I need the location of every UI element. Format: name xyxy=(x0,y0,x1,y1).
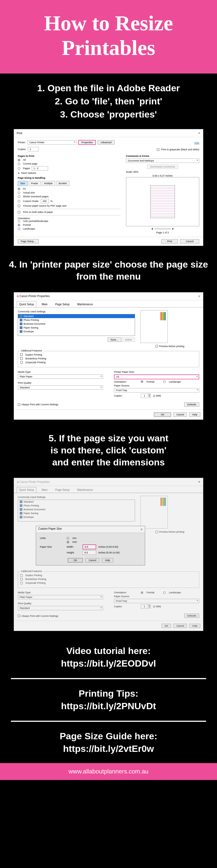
guide-link-block: Page Size Guide here: https://bit.ly/2vt… xyxy=(0,722,217,763)
tab-page-setup[interactable]: Page Setup xyxy=(53,302,72,307)
close-icon[interactable]: × xyxy=(141,527,143,532)
width-label: Width: xyxy=(67,546,80,548)
radio-landscape-props[interactable] xyxy=(163,380,166,383)
radio-custom-scale[interactable] xyxy=(18,200,20,203)
radio-pages[interactable] xyxy=(18,167,20,170)
both-sides-checkbox[interactable] xyxy=(18,211,20,213)
radio-auto-orient[interactable] xyxy=(18,220,20,222)
pages-input[interactable]: 1 - 2 xyxy=(32,166,48,170)
tab-size[interactable]: Size xyxy=(18,181,28,186)
advanced-button[interactable]: Advanced xyxy=(98,140,115,145)
title-line-1: How to Resize xyxy=(5,11,212,35)
printer-label: Printer: xyxy=(18,141,26,144)
settings-listbox[interactable]: Standard Photo Printing Business Documen… xyxy=(18,314,135,336)
grayscale-checkbox[interactable] xyxy=(157,148,159,151)
radio-mm[interactable] xyxy=(67,537,69,539)
settings-listbox-faded: Standard Photo Printing Business Documen… xyxy=(18,500,135,522)
custom-cancel-button[interactable]: Cancel xyxy=(86,558,99,562)
printer-select[interactable]: Canon Printer xyxy=(27,140,76,145)
tab-maint-faded: Maintenance xyxy=(74,487,95,493)
ok-button[interactable]: OK xyxy=(154,412,171,417)
close-icon[interactable]: × xyxy=(198,131,200,135)
copies-input[interactable]: 1 xyxy=(28,147,39,151)
cancel-button[interactable]: Cancel xyxy=(180,239,199,244)
quality-select[interactable]: Standard xyxy=(18,385,103,390)
footer-url[interactable]: www.allaboutplanners.com.au xyxy=(0,763,217,780)
choose-source-label: Choose paper source by PDF page size xyxy=(23,205,67,207)
help-button[interactable]: Help xyxy=(189,412,200,417)
current-label: Current page xyxy=(23,162,37,165)
portrait-props-label: Portrait xyxy=(147,380,154,383)
save-button[interactable]: Save... xyxy=(108,338,121,342)
radio-actual[interactable] xyxy=(18,192,20,194)
height-label: Height: xyxy=(67,551,80,554)
media-type-select[interactable]: Plain Paper xyxy=(18,374,103,379)
custom-scale-label: Custom Scale: xyxy=(23,200,39,203)
more-options[interactable]: More Options xyxy=(21,172,36,174)
list-item-business[interactable]: Business Document xyxy=(24,322,45,325)
grayscale-props-label: Grayscale Printing xyxy=(25,361,45,364)
additional-label: Additional Features xyxy=(20,349,43,352)
preview-checkbox[interactable] xyxy=(156,345,158,347)
properties-button[interactable]: Properties xyxy=(78,140,96,145)
tab-poster[interactable]: Poster xyxy=(29,181,41,186)
fit-label: Fit xyxy=(23,187,26,190)
ok-faded: OK xyxy=(161,624,171,628)
borderless-checkbox[interactable] xyxy=(20,357,23,360)
tab-quick-setup[interactable]: Quick Setup xyxy=(17,302,36,307)
page-setup-button[interactable]: Page Setup... xyxy=(18,239,39,244)
close-icon[interactable]: × xyxy=(198,294,200,299)
summarize-button: Summarize Comments xyxy=(147,164,178,169)
grayscale-checkbox[interactable] xyxy=(20,361,23,364)
tips-url[interactable]: https://bit.ly/2PNUvDt xyxy=(5,700,212,712)
always-label: Always Print with Current Settings xyxy=(21,403,59,406)
pages-header: Pages to Print xyxy=(18,155,121,157)
tab-booklet[interactable]: Booklet xyxy=(56,181,69,186)
tab-maintenance[interactable]: Maintenance xyxy=(74,302,95,307)
width-input[interactable]: 5.5 xyxy=(83,545,96,549)
radio-landscape[interactable] xyxy=(18,228,20,230)
paper-size-select[interactable]: A5 xyxy=(114,374,199,379)
comments-select[interactable]: Document and Markups xyxy=(126,158,199,163)
source-select[interactable]: Front Tray xyxy=(114,388,199,393)
choose-source-checkbox[interactable] xyxy=(18,205,20,207)
step-4: 4. In 'printer paper size' choose the pa… xyxy=(0,251,217,289)
copies-stepper[interactable]: 1▴▾ xyxy=(141,394,151,398)
printer-properties-dialog-faded: ⊕ Canon Printer Properties × Quick Setup… xyxy=(14,478,203,631)
print-button[interactable]: Print xyxy=(161,239,178,244)
radio-shrink[interactable] xyxy=(18,195,20,198)
step-5-l1: 5. If the page size you want xyxy=(5,432,212,444)
custom-title: Custom Paper Size xyxy=(38,527,62,532)
radio-all[interactable] xyxy=(18,159,20,161)
copies-label: Copies: xyxy=(18,148,26,151)
radio-portrait[interactable] xyxy=(18,224,20,226)
tab-main[interactable]: Main xyxy=(39,302,50,307)
video-url[interactable]: https://bit.ly/2EODDvl xyxy=(5,657,212,670)
tab-quick-faded: Quick Setup xyxy=(17,487,36,493)
custom-ok-button[interactable]: OK xyxy=(68,558,83,562)
always-checkbox[interactable] xyxy=(18,403,20,406)
radio-portrait-props[interactable] xyxy=(141,380,143,383)
landscape-props-label: Landscape xyxy=(169,380,181,383)
radio-fit[interactable] xyxy=(18,188,20,190)
custom-scale-input[interactable]: 100 xyxy=(41,199,49,203)
both-sides-label: Print on both sides of paper xyxy=(23,211,53,213)
cancel-button[interactable]: Cancel xyxy=(173,412,187,417)
radio-current[interactable] xyxy=(18,163,20,165)
height-input[interactable]: 8.5 xyxy=(83,551,96,555)
list-item-paper-saving[interactable]: Paper Saving xyxy=(24,326,38,329)
copies-props-label: Copies: xyxy=(114,394,138,397)
guide-url[interactable]: https://bit.ly/2vtEr0w xyxy=(5,743,212,755)
source-faded: Front Tray xyxy=(114,599,199,603)
defaults-button[interactable]: Defaults xyxy=(184,402,199,407)
duplex-checkbox[interactable] xyxy=(20,353,23,356)
custom-help-button[interactable]: Help xyxy=(102,558,113,562)
help-link[interactable]: Help xyxy=(194,142,199,144)
list-item-envelope[interactable]: Envelope xyxy=(24,330,34,333)
list-item-photo[interactable]: Photo Printing xyxy=(24,319,39,321)
radio-inch[interactable] xyxy=(67,541,69,543)
tab-multiple[interactable]: Multiple xyxy=(42,181,55,186)
printer-properties-dialog: ⊕ Canon Printer Properties × Quick Setup… xyxy=(14,292,203,420)
tips-link-block: Printing Tips: https://bit.ly/2PNUvDt xyxy=(0,679,217,721)
list-item-standard[interactable]: Standard xyxy=(24,315,34,317)
